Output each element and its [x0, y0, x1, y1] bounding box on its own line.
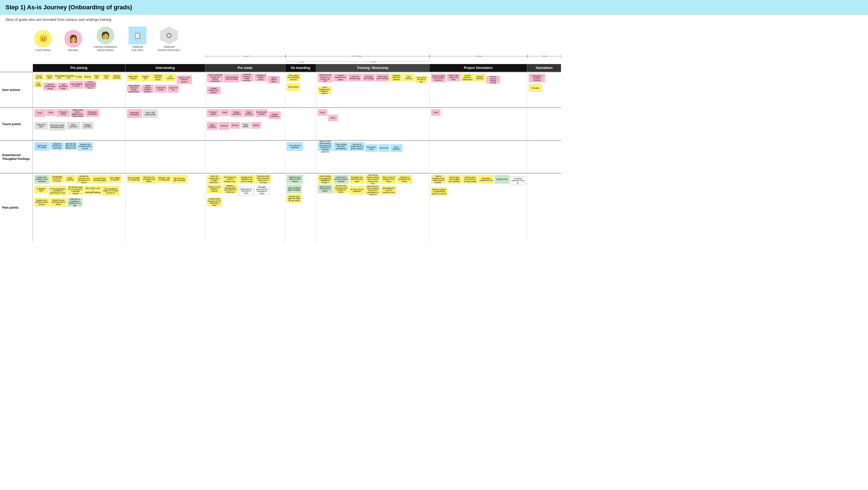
note-policy: Policy docs	[101, 74, 111, 80]
persona-additional-good: ⬡ Additional(Good to know info.)	[157, 27, 181, 52]
pain-points-pre-joining: Hacker rank questions to be refreshed Co…	[33, 174, 126, 241]
tp-zoom-pr: Zoom	[220, 109, 229, 116]
tp-google-classroom2: Google Classroom	[269, 112, 281, 119]
pp-hacker-rank: Hacker rank questions to be refreshed	[34, 175, 49, 184]
note-end-day: I roll up all at the end of day	[415, 76, 428, 84]
phase-pre-joining: Pre joining	[33, 64, 126, 72]
exp-only-a-part: Only a certain few levels participating	[334, 142, 349, 151]
pp-need-to2: Need to give clear insights and inspirat…	[447, 175, 462, 184]
exp-listen-ctc: I listen to the CTC details	[34, 142, 49, 151]
tp-campus-interview: Campus interview	[81, 122, 94, 129]
pp-quantity-material: Quantity of the material is too much to …	[239, 175, 255, 184]
note-hr-interview: HR interview	[165, 74, 176, 81]
persona-recruiter-label: Recruiter	[63, 49, 84, 52]
pain-points-interviewing: Have to handle in a single day We love t…	[126, 174, 206, 241]
note-zoom-sessions: Attend daily Zoom sessions	[376, 74, 390, 81]
exp-zoom-observer: Zoom Observer	[390, 144, 403, 152]
touch-points-project-sim: Zoom	[430, 108, 528, 140]
sub-duration-bars: 1-2 days 2 weeks	[33, 59, 561, 64]
note-hackathon-present: Education	[529, 84, 542, 92]
note-get-feedback: I receive feedback and grades	[334, 74, 347, 81]
note-aptitude-test: Aptitude test	[140, 74, 151, 81]
pp-quantity-more: Quantity cannot cover all need to take m…	[256, 175, 271, 184]
pp-personal-process: Global Process (from diversity of Metro)	[50, 198, 66, 207]
page-header: Step 1) As-is Journey (Onboarding of gra…	[0, 0, 868, 15]
note-it-setup: IT setup	[74, 74, 83, 80]
duration-bars: 1 month 6-8 Weeks 4 Weeks 1 Week	[33, 53, 561, 59]
pp-zoom-fatigue: Zoom fatigue for parents	[108, 175, 122, 183]
note-upload-videos: I get to upload videos	[268, 76, 280, 84]
journey-map: 😐 Grad /Trainee 👩 Recruiter 🧑 Training c…	[0, 24, 868, 247]
note-self-study: Self study and readings	[363, 74, 375, 81]
tp-email: Email	[34, 109, 45, 117]
pp-diff-process: Quite difficult to process outcomes more	[381, 186, 396, 195]
note-banking: Banking	[84, 74, 92, 80]
tp-zoom-ps: Zoom	[431, 109, 440, 116]
note-technical-interview: Technical interview rounds	[152, 74, 164, 81]
note-answer-form: I answer Google form quizzes	[207, 87, 221, 94]
persona-grad-label: Grad /Trainee	[33, 49, 53, 52]
touch-points-row: Touch points Email Zoom Personal Laptop …	[0, 107, 561, 140]
touch-points-pre-joining: Email Zoom Personal Laptop Hacker Earth …	[33, 108, 126, 140]
duration-hackathon: 1 Week	[539, 55, 549, 58]
user-actions-training: I attend the first session on a program …	[316, 72, 430, 107]
pain-points-pre-reads: Some Go trainers get a Google Classroom.…	[206, 174, 285, 241]
touch-points-pre-reads: Personal Laptop Zoom Google Classroom Sl…	[206, 108, 285, 140]
experiences-row: Experiences/ Thoughts/ Feelings I listen…	[0, 140, 561, 173]
experiences-training: Begin and find the exercises have given …	[316, 141, 430, 173]
pp-two-companies: Two Companies target CTC to allow for Da…	[102, 186, 120, 196]
tp-personal-laptop: Personal Laptop	[56, 109, 70, 117]
pp-i-feel-that: I feel that the trainers content was too…	[365, 175, 380, 184]
pp-motion-emphasis: Motion Emphasis is implemented and for L…	[431, 187, 447, 196]
pp-need-to: Need to smoothen when attribs leads to m…	[431, 175, 446, 184]
pp-difficulty-code: Difficulty / code in coding tests	[157, 175, 171, 183]
pp-submissions: Submissions & Schedules in Excel	[239, 187, 254, 195]
note-remove-reviews: Remove reviews midway through	[486, 76, 500, 84]
pp-autom-employ: Automated employment tool	[478, 175, 494, 184]
tp-slack-channels2: Slack channels	[207, 122, 218, 130]
pp-require-story-again: Process story again and again for hard-c…	[286, 194, 302, 203]
exp-too-less: Now this has been too less difficult to …	[65, 142, 77, 150]
exp-however-this: However this has been first for the firs…	[78, 142, 93, 151]
persona-trainer-label: Training coordinators/ various trainers	[93, 45, 118, 52]
row-label-experiences: Experiences/ Thoughts/ Feelings	[0, 141, 33, 173]
note-complete-udacity: Complete a Udacity course	[254, 74, 267, 81]
user-actions-interviewing: Apply online / campus Aptitude test Tech…	[126, 72, 206, 107]
tp-over-wire: Over the wire benefits	[255, 109, 268, 117]
note-get-for-interview: I get for for the interview process	[177, 75, 192, 84]
tp-slack-channels: Slack channels	[244, 109, 254, 117]
user-actions-row: User actions Email from HR Joining lette…	[0, 72, 561, 107]
phases-headers: Pre joining Interviewing Pre reads On bo…	[33, 64, 561, 72]
pain-points-row: Pain points Hacker rank questions to be …	[0, 173, 561, 241]
pp-200-people: 200 People are online to manage a dry...	[223, 175, 238, 184]
exp-zoom-polls: Zoom Polls	[378, 144, 390, 152]
note-receive-info: I receive details about joining	[43, 83, 57, 90]
row-label-user-actions: User actions	[0, 72, 33, 107]
pain-points-onboarding: Significant time spent on AWS training S…	[285, 174, 316, 241]
pp-diversity: We do Auto-reject for CTC ratio at M-F d…	[67, 186, 84, 195]
tp-exercise: Exercise	[230, 122, 240, 129]
note-first-day-call: I have my first day call with the traini…	[207, 74, 223, 82]
user-actions-project-sim: Receive project brief and team allocatio…	[430, 72, 528, 107]
persona-trainer: 🧑 Training coordinators/ various trainer…	[93, 27, 118, 52]
pp-coordinating: Coordinating on the Pro Proximity	[50, 175, 64, 183]
page-title: Step 1) As-is Journey (Onboarding of gra…	[5, 4, 863, 11]
note-work-project: Work on the project with team	[447, 74, 461, 81]
pp-target-effect: Day G-Swit is also a challenge/challenge	[85, 186, 101, 195]
pain-points-training: I did not obtain the programme capabilit…	[316, 174, 430, 241]
duration-training: 2 weeks	[369, 61, 377, 63]
persona-additional-good-label: Additional(Good to know info.)	[157, 45, 181, 52]
touch-points-interviewing: Placement Coordinator Hires + ATF person…	[126, 108, 206, 140]
tp-udacity: Udacity	[251, 122, 261, 129]
persona-recruiter: 👩 Recruiter	[63, 30, 84, 52]
tp-terminal: Terminal	[219, 122, 229, 130]
note-take-tests: I take aptitude tests and coding assessm…	[127, 85, 141, 93]
pp-15-min: 15 min to 20 min implement	[349, 186, 365, 195]
pp-huddles: Huddles are a priority to select process	[34, 198, 49, 207]
pp-need-to3: Need to push the member to increase qual…	[463, 175, 478, 184]
note-accommodation: Accommodation info	[64, 74, 73, 80]
note-meet-trainers: Meet trainers	[286, 83, 300, 91]
note-cab: Cab facility	[34, 81, 42, 88]
note-send-feedback: I send feedback and grades to trainers	[318, 87, 331, 94]
experiences-pre-reads	[206, 141, 285, 173]
